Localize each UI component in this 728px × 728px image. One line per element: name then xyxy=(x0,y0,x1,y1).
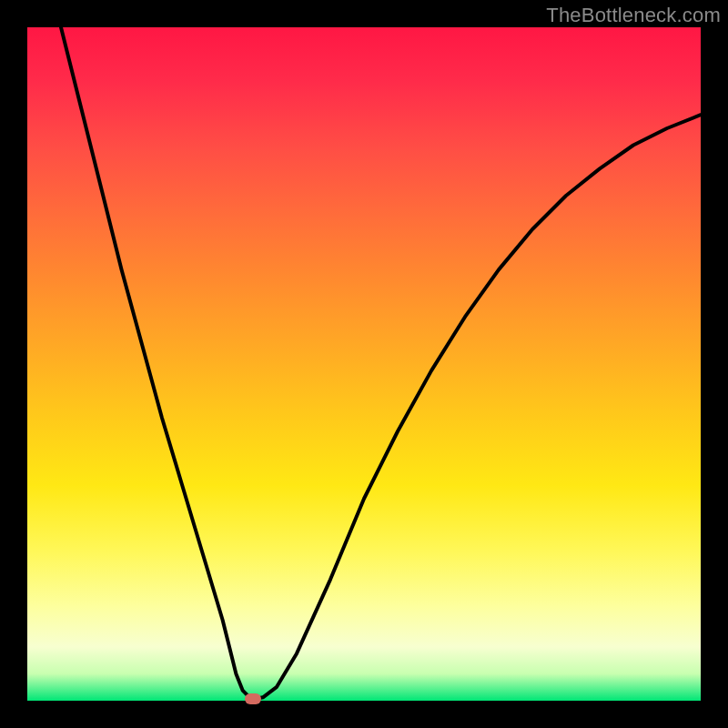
plot-area xyxy=(27,27,701,701)
chart-frame: TheBottleneck.com xyxy=(0,0,728,728)
watermark: TheBottleneck.com xyxy=(546,4,721,27)
optimal-point-marker xyxy=(245,693,261,704)
